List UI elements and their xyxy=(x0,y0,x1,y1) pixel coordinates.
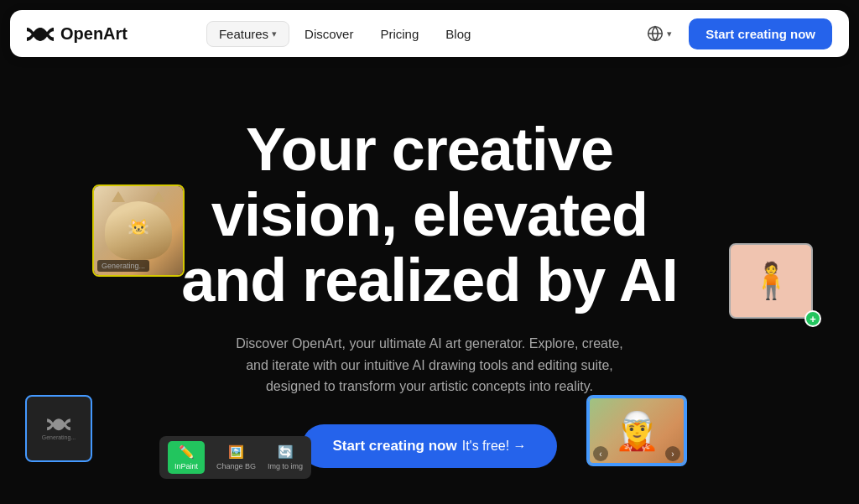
nav-pricing[interactable]: Pricing xyxy=(368,22,430,46)
generating-label-2: Generating... xyxy=(42,434,75,440)
openart-logo-small xyxy=(47,417,70,431)
right-arrow-icon[interactable]: › xyxy=(665,446,680,461)
card-navigation-arrows: ‹ › xyxy=(588,446,685,461)
toolbar-inpaint[interactable]: ✏️ InPaint xyxy=(168,441,205,474)
float-card-small: Generating... xyxy=(25,395,92,462)
navbar: OpenArt Features ▾ Discover Pricing Blog… xyxy=(10,10,849,57)
logo-watermark xyxy=(128,223,148,238)
nav-right: ▾ Start creating now xyxy=(640,18,832,49)
nav-discover[interactable]: Discover xyxy=(293,22,365,46)
globe-icon xyxy=(647,25,664,42)
nav-links: Features ▾ Discover Pricing Blog xyxy=(206,21,482,47)
nav-features[interactable]: Features ▾ xyxy=(206,21,289,47)
logo-icon xyxy=(27,25,54,42)
hero-subtitle: Discover OpenArt, your ultimate AI art g… xyxy=(228,333,631,397)
hero-cta-button[interactable]: Start creating now It's free! → xyxy=(302,424,556,468)
expanded-card-image: 🧝 ‹ › Expanded xyxy=(586,395,687,466)
nav-cta-button[interactable]: Start creating now xyxy=(689,18,832,49)
logo-text: OpenArt xyxy=(60,24,128,44)
add-icon: + xyxy=(804,310,821,327)
float-card-character: 🧍 ↖ + xyxy=(729,243,813,319)
toolbar-img-to-img[interactable]: 🔄 Img to img xyxy=(268,444,303,470)
globe-chevron-icon: ▾ xyxy=(667,29,672,39)
logo[interactable]: OpenArt xyxy=(27,24,128,44)
nav-blog[interactable]: Blog xyxy=(434,22,482,46)
globe-button[interactable]: ▾ xyxy=(640,20,679,47)
float-card-generating-cat: 🐱 Generating... xyxy=(92,184,185,277)
float-toolbar: ✏️ InPaint 🖼️ Change BG 🔄 Img to img xyxy=(159,436,311,479)
hero-title: Your creative vision, elevated and reali… xyxy=(181,117,678,313)
generating-label-1: Generating... xyxy=(97,260,149,272)
chevron-down-icon: ▾ xyxy=(272,29,277,39)
left-arrow-icon[interactable]: ‹ xyxy=(593,446,608,461)
toolbar-change-bg[interactable]: 🖼️ Change BG xyxy=(216,444,256,470)
float-card-expanded: 🧝 ‹ › Expanded xyxy=(670,412,779,487)
